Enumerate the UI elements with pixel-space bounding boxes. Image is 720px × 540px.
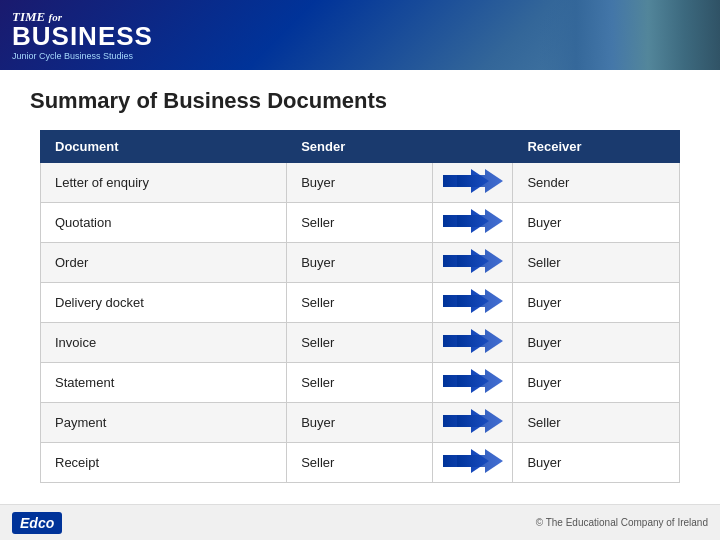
svg-marker-11 (457, 369, 503, 393)
arrow-icon (443, 247, 503, 275)
cell-arrow (433, 203, 513, 243)
cell-receiver: Seller (513, 243, 680, 283)
svg-marker-1 (457, 169, 503, 193)
cell-receiver: Buyer (513, 363, 680, 403)
table-row: ReceiptSeller Buyer (41, 443, 680, 483)
cell-sender: Seller (287, 323, 433, 363)
table-row: Letter of enquiryBuyer Sender (41, 163, 680, 203)
table-row: InvoiceSeller Buyer (41, 323, 680, 363)
col-header-receiver: Receiver (513, 131, 680, 163)
cell-sender: Seller (287, 283, 433, 323)
cell-sender: Seller (287, 443, 433, 483)
cell-sender: Buyer (287, 163, 433, 203)
cell-receiver: Seller (513, 403, 680, 443)
cell-document: Order (41, 243, 287, 283)
svg-marker-3 (457, 209, 503, 233)
header: TIME for BUSINESS Junior Cycle Business … (0, 0, 720, 70)
header-photo (540, 0, 720, 70)
footer-brand: Edco (12, 512, 62, 534)
cell-document: Statement (41, 363, 287, 403)
cell-document: Payment (41, 403, 287, 443)
cell-arrow (433, 363, 513, 403)
cell-sender: Seller (287, 203, 433, 243)
svg-marker-15 (457, 449, 503, 473)
cell-receiver: Buyer (513, 323, 680, 363)
footer-copyright: © The Educational Company of Ireland (536, 517, 708, 528)
cell-arrow (433, 283, 513, 323)
arrow-icon (443, 167, 503, 195)
arrow-icon (443, 207, 503, 235)
cell-sender: Buyer (287, 403, 433, 443)
arrow-icon (443, 367, 503, 395)
svg-marker-5 (457, 249, 503, 273)
svg-marker-13 (457, 409, 503, 433)
cell-receiver: Sender (513, 163, 680, 203)
arrow-icon (443, 287, 503, 315)
svg-marker-7 (457, 289, 503, 313)
cell-document: Receipt (41, 443, 287, 483)
arrow-icon (443, 407, 503, 435)
cell-receiver: Buyer (513, 203, 680, 243)
arrow-icon (443, 327, 503, 355)
page-title: Summary of Business Documents (30, 88, 690, 114)
cell-arrow (433, 163, 513, 203)
logo-business: BUSINESS (12, 23, 153, 49)
arrow-icon (443, 447, 503, 475)
logo: TIME for BUSINESS Junior Cycle Business … (12, 10, 153, 61)
cell-document: Letter of enquiry (41, 163, 287, 203)
cell-receiver: Buyer (513, 283, 680, 323)
documents-table: Document Sender Receiver Letter of enqui… (40, 130, 680, 483)
col-header-sender: Sender (287, 131, 433, 163)
footer: Edco © The Educational Company of Irelan… (0, 504, 720, 540)
cell-arrow (433, 443, 513, 483)
cell-document: Invoice (41, 323, 287, 363)
cell-document: Quotation (41, 203, 287, 243)
table-row: QuotationSeller Buyer (41, 203, 680, 243)
cell-arrow (433, 403, 513, 443)
svg-marker-9 (457, 329, 503, 353)
main-content: Summary of Business Documents Document S… (0, 70, 720, 501)
table-row: StatementSeller Buyer (41, 363, 680, 403)
table-row: Delivery docketSeller Buyer (41, 283, 680, 323)
table-row: PaymentBuyer Seller (41, 403, 680, 443)
col-header-document: Document (41, 131, 287, 163)
table-row: OrderBuyer Seller (41, 243, 680, 283)
cell-document: Delivery docket (41, 283, 287, 323)
cell-arrow (433, 243, 513, 283)
cell-sender: Seller (287, 363, 433, 403)
col-header-arrow (433, 131, 513, 163)
cell-receiver: Buyer (513, 443, 680, 483)
logo-subtitle: Junior Cycle Business Studies (12, 51, 153, 61)
cell-arrow (433, 323, 513, 363)
cell-sender: Buyer (287, 243, 433, 283)
